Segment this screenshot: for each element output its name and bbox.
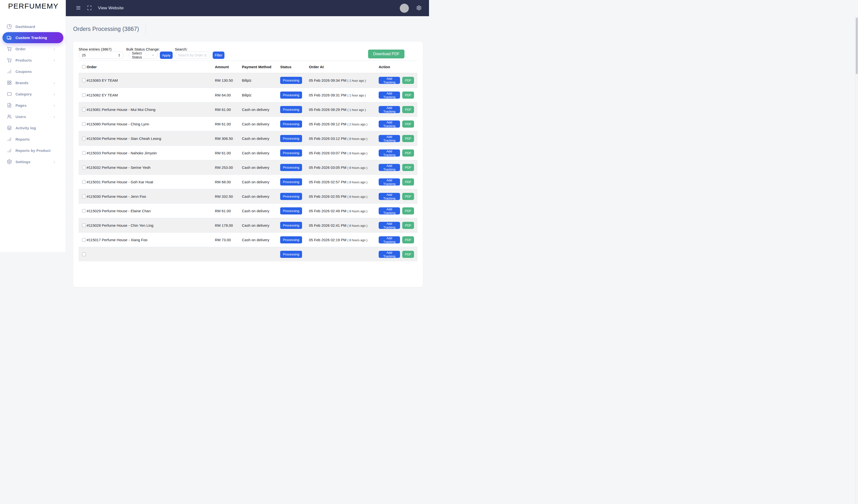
search-input[interactable]	[175, 51, 210, 59]
pdf-button[interactable]: PDF	[402, 77, 414, 84]
sidebar-item-category[interactable]: Category	[0, 88, 66, 100]
chevron-right-icon	[53, 93, 56, 95]
add-tracking-button[interactable]: Add Tracking	[379, 164, 400, 171]
sidebar-item-reports-by-product[interactable]: Reports by Product	[0, 145, 66, 156]
row-checkbox[interactable]	[82, 180, 86, 184]
add-tracking-button[interactable]: Add Tracking	[379, 92, 400, 99]
view-website-link[interactable]: View Website	[98, 6, 124, 11]
row-checkbox[interactable]	[82, 108, 86, 111]
status-badge[interactable]: Processing	[280, 164, 302, 171]
order-date: 05 Feb 2026 09:34 PM ( 1 hour ago )	[309, 78, 379, 82]
pdf-button[interactable]: PDF	[402, 149, 414, 157]
bulk-status-select[interactable]: Select Status	[129, 51, 158, 59]
row-checkbox[interactable]	[82, 209, 86, 213]
row-checkbox[interactable]	[82, 238, 86, 242]
pdf-button[interactable]: PDF	[402, 251, 414, 252]
payment-method: Cash on delivery	[242, 108, 280, 112]
pdf-button[interactable]: PDF	[402, 106, 414, 113]
sidebar-item-products[interactable]: Products	[0, 54, 66, 66]
avatar[interactable]	[400, 4, 409, 13]
row-actions: Add TrackingPDF	[379, 164, 414, 171]
table-row: #115082 EY TEAMRM 64.00BillplzProcessing…	[79, 87, 417, 102]
add-tracking-button[interactable]: Add Tracking	[379, 135, 400, 142]
menu-toggle-icon[interactable]	[76, 5, 81, 11]
table-row: #115030 Perfume House - Jenn FooRM 332.5…	[79, 189, 417, 204]
add-tracking-button[interactable]: Add Tracking	[379, 106, 400, 113]
fullscreen-icon[interactable]	[87, 5, 93, 11]
add-tracking-button[interactable]: Add Tracking	[379, 193, 400, 200]
order-date-ago: ( 8 hours ago )	[348, 195, 367, 198]
row-checkbox[interactable]	[82, 151, 86, 155]
row-checkbox[interactable]	[82, 93, 86, 97]
row-actions: Add TrackingPDF	[379, 236, 414, 243]
settings-gear-icon[interactable]	[416, 5, 422, 11]
sidebar-item-brands[interactable]: Brands	[0, 77, 66, 88]
chevron-right-icon	[53, 104, 56, 107]
payment-method: Cash on delivery	[242, 194, 280, 198]
status-badge[interactable]: Processing	[280, 120, 302, 128]
filter-button[interactable]: Filter	[213, 51, 224, 59]
download-pdf-button[interactable]: Download PDF	[368, 50, 404, 59]
add-tracking-button[interactable]: Add Tracking	[379, 207, 400, 214]
status-badge[interactable]: Processing	[280, 106, 302, 113]
pdf-button[interactable]: PDF	[402, 164, 414, 171]
pdf-button[interactable]: PDF	[402, 207, 414, 214]
order-date-text: 05 Feb 2026 02:49 PM	[309, 209, 348, 213]
add-tracking-button[interactable]: Add Tracking	[379, 178, 400, 185]
status-badge[interactable]: Processing	[280, 193, 302, 200]
row-checkbox[interactable]	[82, 79, 86, 82]
sidebar-item-users[interactable]: Users	[0, 111, 66, 122]
status-badge[interactable]: Processing	[280, 135, 302, 142]
pdf-button[interactable]: PDF	[402, 92, 414, 99]
order-amount: RM 61.00	[215, 151, 242, 155]
status-badge[interactable]: Processing	[280, 178, 302, 185]
sidebar-item-coupons[interactable]: Coupons	[0, 66, 66, 77]
pdf-button[interactable]: PDF	[402, 135, 414, 142]
grid-icon	[6, 80, 12, 86]
pdf-button[interactable]: PDF	[402, 222, 414, 229]
order-date: 05 Feb 2026 02:57 PM ( 8 hours ago )	[309, 180, 379, 184]
apply-button[interactable]: Apply	[160, 51, 173, 59]
sidebar-item-reports[interactable]: Reports	[0, 133, 66, 145]
status-badge[interactable]: Processing	[280, 149, 302, 157]
status-badge[interactable]: Processing	[280, 207, 302, 214]
order-amount: RM 178.00	[215, 223, 242, 227]
row-checkbox[interactable]	[82, 224, 86, 227]
order-date-text: 05 Feb 2026 09:29 PM	[309, 108, 348, 112]
add-tracking-button[interactable]: Add Tracking	[379, 222, 400, 229]
sidebar-item-dashboard[interactable]: Dashboard	[0, 21, 66, 32]
row-checkbox[interactable]	[82, 137, 86, 140]
sidebar-item-settings[interactable]: Settings	[0, 156, 66, 167]
pdf-button[interactable]: PDF	[402, 178, 414, 185]
status-badge[interactable]: Processing	[280, 92, 302, 99]
status-badge[interactable]: Processing	[280, 77, 302, 84]
orders-card: Show entries (3867) 25 Bulk Status Chang…	[73, 42, 423, 252]
table-row: #115017 Perfume House - Xiang FooRM 73.0…	[79, 232, 417, 247]
header-status: Status	[280, 65, 309, 69]
order-date-ago: ( 8 hours ago )	[348, 166, 367, 169]
add-tracking-button[interactable]: Add Tracking	[379, 236, 400, 243]
sidebar-item-pages[interactable]: Pages	[0, 100, 66, 111]
select-all-checkbox[interactable]	[82, 65, 86, 69]
sidebar-item-activity-log[interactable]: Activity log	[0, 122, 66, 133]
status-badge[interactable]: Processing	[280, 236, 302, 243]
order-id: #115028 Perfume House - Chin Yen Ling	[87, 223, 215, 227]
add-tracking-button[interactable]: Add Tracking	[379, 77, 400, 84]
order-date-text: 05 Feb 2026 02:19 PM	[309, 238, 348, 242]
entries-select[interactable]: 25	[79, 51, 124, 59]
pdf-button[interactable]: PDF	[402, 120, 414, 128]
pdf-button[interactable]: PDF	[402, 193, 414, 200]
add-tracking-button[interactable]: Add Tracking	[379, 120, 400, 128]
row-checkbox[interactable]	[82, 122, 86, 126]
add-tracking-button[interactable]: Add Tracking	[379, 251, 400, 252]
row-checkbox[interactable]	[82, 195, 86, 198]
header-action: Action	[379, 65, 414, 69]
status-badge[interactable]: Processing	[280, 251, 302, 252]
add-tracking-button[interactable]: Add Tracking	[379, 149, 400, 157]
row-checkbox[interactable]	[82, 166, 86, 169]
sidebar-item-order[interactable]: Order	[0, 43, 66, 54]
status-badge[interactable]: Processing	[280, 222, 302, 229]
sidebar-item-custom-tracking[interactable]: Custom Tracking	[2, 32, 63, 43]
order-date: 05 Feb 2026 02:49 PM ( 8 hours ago )	[309, 209, 379, 213]
pdf-button[interactable]: PDF	[402, 236, 414, 243]
